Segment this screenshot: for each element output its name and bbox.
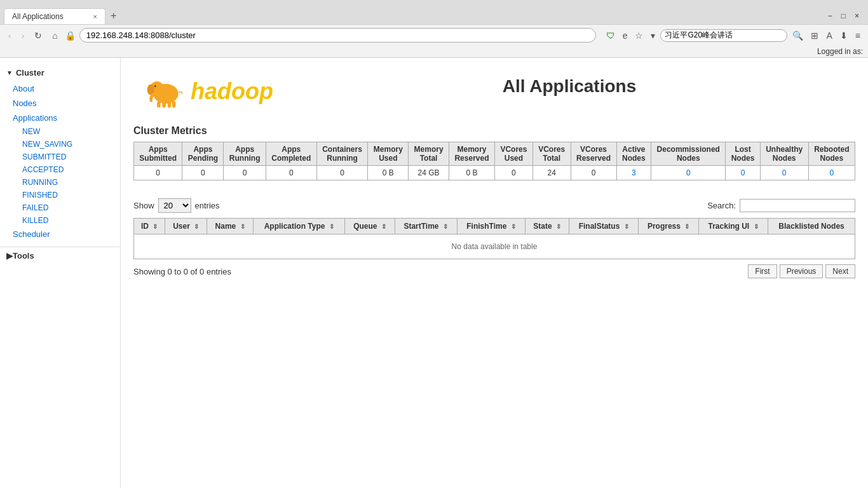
lost-nodes-link[interactable]: 0 (741, 168, 745, 177)
sidebar-item-submitted[interactable]: SUBMITTED (0, 151, 120, 163)
sidebar-item-new-saving[interactable]: NEW_SAVING (0, 138, 120, 151)
th-queue[interactable]: Queue ⇕ (345, 219, 395, 234)
val-apps-completed: 0 (266, 166, 316, 180)
sidebar-item-killed[interactable]: KILLED (0, 214, 120, 227)
cluster-label: Cluster (16, 68, 44, 78)
download-button[interactable]: ⬇ (837, 29, 850, 42)
browser-restore-button[interactable]: □ (837, 10, 850, 22)
th-id[interactable]: ID ⇕ (134, 219, 165, 234)
address-input[interactable] (79, 28, 596, 43)
tab-close-button[interactable]: × (93, 13, 97, 20)
th-starttime[interactable]: StartTime ⇕ (395, 219, 457, 234)
val-unhealthy-nodes: 0 (760, 166, 808, 180)
val-active-nodes: 3 (616, 166, 651, 180)
sort-arrows-trackingui: ⇕ (754, 223, 759, 230)
sort-arrows-starttime: ⇕ (443, 223, 448, 230)
no-data-cell: No data available in table (134, 234, 855, 259)
col-active-nodes: Active Nodes (616, 142, 651, 166)
metrics-data-row: 0 0 0 0 0 0 B 24 GB 0 B 0 24 0 3 0 0 (134, 166, 855, 180)
translate-button[interactable]: A (824, 29, 834, 42)
col-lost-nodes: Lost Nodes (726, 142, 760, 166)
col-decommissioned-nodes: Decommissioned Nodes (651, 142, 726, 166)
sort-arrows-queue: ⇕ (381, 223, 386, 230)
windows-button[interactable]: ⊞ (808, 29, 821, 42)
browser-search-input[interactable] (660, 29, 787, 42)
logged-in-area: Logged in as: (0, 46, 868, 57)
th-finishtime[interactable]: FinishTime ⇕ (457, 219, 525, 234)
nav-refresh-button[interactable]: ↻ (31, 29, 45, 42)
search-input[interactable] (740, 199, 855, 212)
page-container: ▼ Cluster About Nodes Applications NEW N… (0, 58, 868, 488)
main-content: hadoop All Applications Cluster Metrics … (121, 58, 868, 488)
th-user[interactable]: User ⇕ (165, 219, 207, 234)
entries-select[interactable]: 10 20 50 100 (158, 198, 191, 213)
col-memory-used: Memory Used (368, 142, 409, 166)
unhealthy-link[interactable]: 0 (782, 168, 787, 177)
tab-bar: All Applications × + − □ × (0, 0, 868, 24)
val-apps-running: 0 (224, 166, 266, 180)
search-label: Search: (707, 201, 736, 210)
first-page-button[interactable]: First (748, 264, 776, 278)
sidebar-item-accepted[interactable]: ACCEPTED (0, 163, 120, 176)
apps-table: ID ⇕ User ⇕ Name ⇕ Application Type ⇕ Qu… (133, 218, 855, 259)
active-nodes-link[interactable]: 3 (632, 168, 636, 177)
nav-forward-button[interactable]: › (18, 29, 28, 42)
sidebar-item-failed[interactable]: FAILED (0, 201, 120, 214)
browser-search-button[interactable]: 🔍 (790, 29, 806, 42)
hadoop-elephant-icon (144, 69, 188, 114)
shield-tool-button[interactable]: 🛡 (604, 29, 618, 42)
browser-chrome: All Applications × + − □ × ‹ › ↻ ⌂ 🔒 🛡 e… (0, 0, 868, 58)
logged-in-label: Logged in as: (817, 47, 863, 56)
sort-arrows-progress: ⇕ (684, 223, 689, 230)
sidebar: ▼ Cluster About Nodes Applications NEW N… (0, 58, 121, 488)
next-page-button[interactable]: Next (825, 264, 855, 278)
apps-table-container: ID ⇕ User ⇕ Name ⇕ Application Type ⇕ Qu… (133, 218, 855, 259)
metrics-header-row: Apps Submitted Apps Pending Apps Running… (134, 142, 855, 166)
tab-title: All Applications (12, 12, 88, 21)
val-memory-used: 0 B (368, 166, 409, 180)
sort-arrows-finishtime: ⇕ (511, 223, 516, 230)
th-tracking-ui[interactable]: Tracking UI ⇕ (698, 219, 768, 234)
sort-arrows-state: ⇕ (556, 223, 561, 230)
sidebar-item-nodes[interactable]: Nodes (0, 96, 120, 111)
active-tab: All Applications × (4, 8, 105, 24)
col-vcores-reserved: VCores Reserved (571, 142, 616, 166)
tools-header[interactable]: ▶ Tools (0, 247, 120, 264)
sort-arrows-id: ⇕ (153, 223, 158, 230)
svg-rect-5 (157, 101, 161, 107)
tools-arrow-icon: ▶ (6, 251, 13, 261)
sidebar-item-new[interactable]: NEW (0, 125, 120, 138)
new-tab-button[interactable]: + (105, 8, 121, 24)
th-application-type[interactable]: Application Type ⇕ (253, 219, 344, 234)
cluster-arrow-icon: ▼ (6, 69, 13, 76)
col-unhealthy-nodes: Unhealthy Nodes (760, 142, 808, 166)
sidebar-item-running[interactable]: RUNNING (0, 176, 120, 189)
cluster-header[interactable]: ▼ Cluster (0, 64, 120, 81)
menu-button[interactable]: ≡ (853, 29, 863, 42)
sort-arrows-apptype: ⇕ (329, 223, 334, 230)
nav-back-button[interactable]: ‹ (5, 29, 15, 42)
show-entries-control: Show 10 20 50 100 entries (133, 198, 220, 213)
sidebar-item-applications[interactable]: Applications (0, 111, 120, 125)
th-state[interactable]: State ⇕ (526, 219, 569, 234)
bookmark-button[interactable]: ☆ (632, 29, 646, 42)
col-containers-running: Containers Running (316, 142, 368, 166)
sidebar-item-finished[interactable]: FINISHED (0, 189, 120, 201)
svg-rect-8 (172, 101, 176, 107)
browser-minimize-button[interactable]: − (824, 10, 836, 22)
th-name[interactable]: Name ⇕ (207, 219, 254, 234)
th-finalstatus[interactable]: FinalStatus ⇕ (569, 219, 639, 234)
col-vcores-total: VCores Total (532, 142, 571, 166)
edge-tool-button[interactable]: e (620, 29, 630, 42)
decommissioned-link[interactable]: 0 (686, 168, 691, 177)
apps-header-row: ID ⇕ User ⇕ Name ⇕ Application Type ⇕ Qu… (134, 219, 855, 234)
sidebar-item-about[interactable]: About (0, 81, 120, 96)
nav-home-button[interactable]: ⌂ (49, 29, 60, 42)
show-label: Show (133, 201, 154, 210)
th-progress[interactable]: Progress ⇕ (639, 219, 699, 234)
rebooted-link[interactable]: 0 (829, 168, 834, 177)
sidebar-item-scheduler[interactable]: Scheduler (0, 227, 120, 241)
prev-page-button[interactable]: Previous (780, 264, 824, 278)
browser-close-button[interactable]: × (851, 10, 863, 22)
dropdown-button[interactable]: ▾ (648, 29, 658, 42)
